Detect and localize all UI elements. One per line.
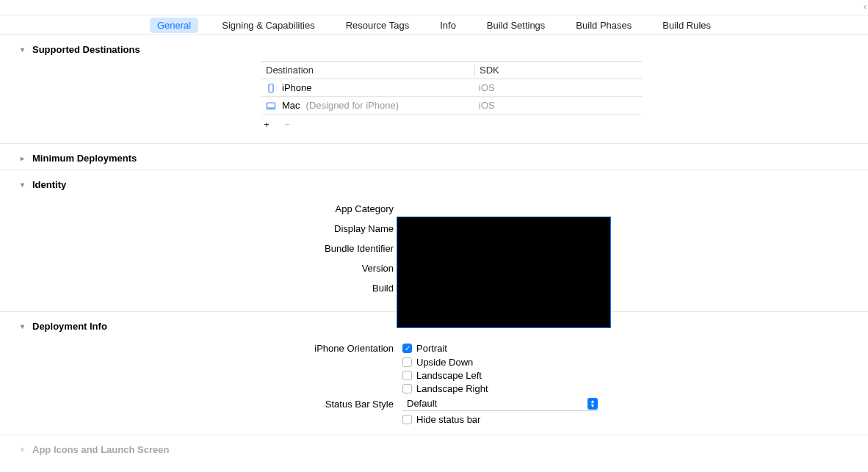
section-title: Minimum Deployments <box>32 153 137 164</box>
svg-rect-1 <box>267 103 275 108</box>
tab-build-settings[interactable]: Build Settings <box>480 18 553 33</box>
sdk-label: iOS <box>474 82 642 93</box>
supported-destinations-table: Destination SDK iPhone iOS <box>261 61 642 130</box>
checkbox-label: Portrait <box>416 343 447 354</box>
iphone-icon <box>266 83 276 93</box>
tab-info[interactable]: Info <box>433 18 463 33</box>
chevron-down-icon[interactable]: ▾ <box>18 181 26 189</box>
checkbox-landscape-right[interactable] <box>402 384 412 393</box>
section-title: Identity <box>32 179 66 190</box>
label-iphone-orientation: iPhone Orientation <box>13 343 402 354</box>
collapse-right-icon[interactable]: ‹ <box>864 1 867 12</box>
chevron-right-icon[interactable]: ▸ <box>18 154 26 162</box>
checkbox-landscape-left[interactable] <box>402 371 412 380</box>
label-version: Version <box>13 263 402 274</box>
tab-build-rules[interactable]: Build Rules <box>655 18 718 33</box>
svg-rect-0 <box>269 84 273 92</box>
checkbox-label: Landscape Left <box>416 370 482 381</box>
label-app-category: App Category <box>13 203 402 214</box>
table-header: Destination SDK <box>261 62 642 79</box>
section-deployment-info: ▾ Deployment Info iPhone Orientation ✓ P… <box>13 312 868 435</box>
target-tabs: General Signing & Capabilities Resource … <box>0 15 868 35</box>
identity-values-redacted <box>397 217 611 328</box>
label-display-name: Display Name <box>13 223 402 234</box>
tab-build-phases[interactable]: Build Phases <box>568 18 639 33</box>
checkbox-label: Upside Down <box>416 357 473 368</box>
sdk-label: iOS <box>474 100 642 111</box>
chevron-down-icon[interactable]: ▾ <box>18 446 26 454</box>
tab-signing-capabilities[interactable]: Signing & Capabilities <box>214 18 322 33</box>
select-stepper-icon: ▲▼ <box>587 398 598 410</box>
checkbox-label: Landscape Right <box>416 383 488 394</box>
chevron-down-icon[interactable]: ▾ <box>18 322 26 330</box>
remove-destination-button[interactable]: − <box>282 119 292 130</box>
checkbox-upside-down[interactable] <box>402 357 412 367</box>
section-title: Deployment Info <box>32 321 107 332</box>
select-status-bar-style[interactable]: Default ▲▼ <box>402 396 599 411</box>
label-bundle-identifier: Bundle Identifier <box>13 243 402 254</box>
tab-general[interactable]: General <box>150 18 198 33</box>
section-minimum-deployments: ▸ Minimum Deployments <box>13 144 868 170</box>
add-destination-button[interactable]: + <box>261 119 272 130</box>
section-title: App Icons and Launch Screen <box>32 444 169 455</box>
table-row[interactable]: Mac (Designed for iPhone) iOS <box>261 97 642 115</box>
section-supported-destinations: ▾ Supported Destinations Destination SDK… <box>13 35 868 143</box>
section-app-icons: ▾ App Icons and Launch Screen <box>13 435 868 455</box>
chevron-down-icon[interactable]: ▾ <box>18 46 26 54</box>
mac-icon <box>266 101 276 111</box>
destination-label: Mac <box>282 100 300 111</box>
checkbox-label: Hide status bar <box>416 414 480 425</box>
destination-label: iPhone <box>282 82 311 93</box>
section-title: Supported Destinations <box>32 44 140 55</box>
table-row[interactable]: iPhone iOS <box>261 79 642 97</box>
column-destination[interactable]: Destination <box>261 65 474 76</box>
column-sdk[interactable]: SDK <box>474 65 642 76</box>
label-status-bar-style: Status Bar Style <box>13 399 402 410</box>
tab-resource-tags[interactable]: Resource Tags <box>339 18 416 33</box>
destination-aux: (Designed for iPhone) <box>306 100 399 111</box>
label-build: Build <box>13 283 402 294</box>
checkbox-hide-status-bar[interactable] <box>402 415 412 424</box>
select-value: Default <box>407 398 437 409</box>
checkbox-portrait[interactable]: ✓ <box>402 344 412 353</box>
